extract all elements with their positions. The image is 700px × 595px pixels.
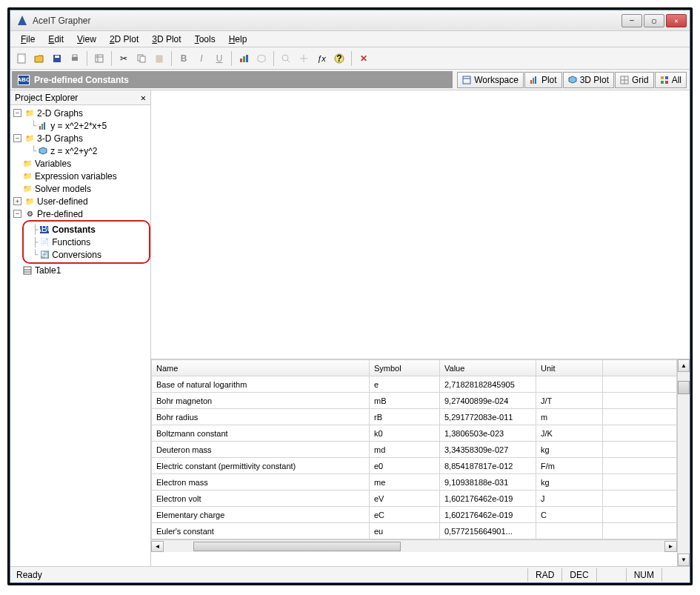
svg-rect-20: [530, 80, 532, 84]
menu-3dplot[interactable]: 3D Plot: [146, 33, 187, 46]
col-name[interactable]: Name: [152, 360, 370, 376]
table-row[interactable]: Boltzmann constantk01,3806503e-023J/K: [152, 425, 677, 442]
cell-value: 1,602176462e-019: [440, 507, 536, 523]
cell-extra: [603, 425, 677, 442]
maximize-button[interactable]: ▢: [644, 14, 664, 27]
svg-rect-5: [96, 55, 103, 62]
table-row[interactable]: Bohr radiusrB5,291772083e-011m: [152, 409, 677, 425]
folder-icon: 📁: [24, 196, 35, 207]
v-scroll-thumb[interactable]: [678, 381, 690, 394]
tree-2d-graphs[interactable]: −📁2-D Graphs: [10, 107, 150, 119]
svg-rect-30: [39, 126, 41, 130]
view-workspace[interactable]: Workspace: [457, 72, 524, 88]
bold-icon[interactable]: B: [176, 50, 192, 67]
save-icon[interactable]: [49, 50, 65, 67]
v-scrollbar[interactable]: ▲ ▼: [677, 359, 690, 566]
scroll-left-icon[interactable]: ◄: [151, 541, 164, 552]
scroll-right-icon[interactable]: ►: [664, 541, 677, 552]
tree-predef[interactable]: −⚙Pre-defined: [10, 207, 150, 220]
menubar: File Edit View 2D Plot 3D Plot Tools Hel…: [10, 31, 690, 47]
tree-exprvars[interactable]: 📁Expression variables: [10, 170, 150, 182]
menu-tools[interactable]: Tools: [189, 33, 221, 46]
col-value[interactable]: Value: [440, 360, 536, 376]
cell-value: 0,577215664901...: [440, 523, 536, 539]
view-3dplot[interactable]: 3D Plot: [563, 72, 614, 88]
svg-rect-11: [240, 59, 242, 62]
cell-extra: [603, 376, 677, 393]
col-extra[interactable]: [603, 360, 677, 376]
copy-icon[interactable]: [133, 50, 150, 67]
chart-icon[interactable]: [236, 50, 252, 67]
svg-rect-4: [73, 55, 77, 57]
tree-constants[interactable]: ├ABCConstants: [24, 223, 146, 236]
properties-icon[interactable]: [91, 50, 107, 67]
table-row[interactable]: Euler's constanteu0,577215664901...: [152, 523, 677, 539]
h-scrollbar[interactable]: ◄ ►: [151, 539, 677, 552]
tree-3d-graphs[interactable]: −📁3-D Graphs: [10, 132, 150, 144]
fx-icon[interactable]: ƒx: [313, 50, 330, 67]
tree-table1[interactable]: Table1: [10, 264, 150, 276]
chart3d-icon[interactable]: [253, 50, 270, 67]
sidebar-title: Project Explorer: [15, 93, 78, 103]
svg-rect-3: [72, 57, 78, 61]
paste-icon[interactable]: [151, 50, 167, 67]
cell-name: Boltzmann constant: [152, 425, 370, 442]
constants-icon: ABC: [39, 225, 50, 235]
tree-3d-item[interactable]: └z = x^2+y^2: [10, 144, 150, 157]
menu-edit[interactable]: Edit: [42, 33, 70, 46]
scroll-up-icon[interactable]: ▲: [678, 359, 690, 372]
scroll-down-icon[interactable]: ▼: [678, 554, 690, 566]
functions-icon: 📄: [39, 237, 50, 247]
table-header-row: Name Symbol Value Unit: [152, 360, 677, 376]
tree-conversions[interactable]: └🔄Conversions: [24, 248, 146, 261]
print-icon[interactable]: [67, 50, 83, 67]
conversions-icon: 🔄: [39, 250, 50, 260]
help-icon[interactable]: ?: [331, 50, 347, 67]
tree-functions[interactable]: ├📄Functions: [24, 236, 146, 248]
chart2d-icon: [38, 121, 48, 131]
col-symbol[interactable]: Symbol: [370, 360, 440, 376]
col-unit[interactable]: Unit: [536, 360, 603, 376]
table-row[interactable]: Elementary chargeeC1,602176462e-019C: [152, 507, 677, 523]
view-all[interactable]: All: [655, 72, 687, 88]
tree-variables[interactable]: 📁Variables: [10, 157, 150, 170]
statusbar: Ready RAD DEC NUM: [10, 566, 690, 582]
table-row[interactable]: Electron massme9,10938188e-031kg: [152, 474, 677, 491]
cell-unit: kg: [536, 474, 603, 491]
view-plot[interactable]: Plot: [524, 72, 562, 88]
open-icon[interactable]: [31, 50, 47, 67]
delete-icon[interactable]: ✕: [356, 50, 372, 67]
menu-2dplot[interactable]: 2D Plot: [104, 33, 144, 46]
cut-icon[interactable]: ✂: [116, 50, 132, 67]
svg-rect-35: [24, 267, 31, 274]
table-row[interactable]: Deuteron massmd3,34358309e-027kg: [152, 442, 677, 458]
sidebar-close-icon[interactable]: ✕: [141, 93, 146, 103]
view-grid[interactable]: Grid: [615, 72, 654, 88]
menu-file[interactable]: File: [15, 33, 41, 46]
tree-solver[interactable]: 📁Solver models: [10, 182, 150, 195]
svg-rect-10: [156, 56, 162, 62]
sidebar-header: Project Explorer ✕: [10, 90, 150, 105]
minimize-button[interactable]: ─: [621, 14, 642, 27]
cell-unit: kg: [536, 442, 603, 458]
underline-icon[interactable]: U: [211, 50, 227, 67]
cell-unit: [536, 523, 603, 539]
menu-view[interactable]: View: [71, 33, 102, 46]
pan-icon[interactable]: [296, 50, 312, 67]
italic-icon[interactable]: I: [193, 50, 210, 67]
table-row[interactable]: Base of natural logarithme2,718281828459…: [152, 376, 677, 393]
close-button[interactable]: ✕: [666, 14, 687, 27]
svg-rect-2: [55, 56, 59, 58]
tree-userdef[interactable]: +📁User-defined: [10, 195, 150, 207]
zoom-icon[interactable]: [278, 50, 294, 67]
table-row[interactable]: Bohr magnetonmB9,27400899e-024J/T: [152, 393, 677, 409]
h-scroll-thumb[interactable]: [193, 542, 401, 551]
table-row[interactable]: Electric constant (permittivity constant…: [152, 458, 677, 474]
cell-unit: m: [536, 409, 603, 425]
new-icon[interactable]: [13, 50, 30, 67]
tree-2d-item[interactable]: └y = x^2+2*x+5: [10, 119, 150, 132]
svg-rect-13: [246, 55, 248, 62]
table-row[interactable]: Electron volteV1,602176462e-019J: [152, 491, 677, 507]
menu-help[interactable]: Help: [223, 33, 253, 46]
cell-symbol: mB: [370, 393, 440, 409]
